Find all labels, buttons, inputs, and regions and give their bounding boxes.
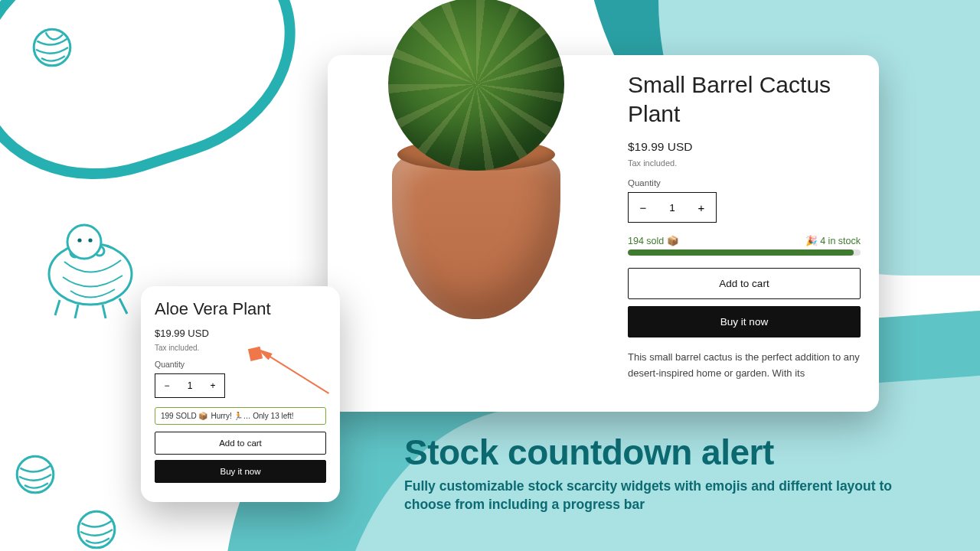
sold-count: 194 sold 📦: [628, 235, 679, 246]
quantity-value: 1: [658, 193, 687, 222]
add-to-cart-button[interactable]: Add to cart: [155, 432, 326, 455]
quantity-plus-button[interactable]: +: [687, 193, 716, 222]
product-details: Small Barrel Cactus Plant $19.99 USD Tax…: [628, 70, 861, 396]
product-image: [346, 70, 606, 392]
tax-note: Tax included.: [628, 158, 861, 168]
stock-progress-bar: [628, 249, 861, 256]
pill-sold: 199 SOLD 📦: [161, 412, 207, 420]
product-title: Aloe Vera Plant: [155, 298, 326, 320]
pill-hurry: Hurry! 🏃… Only 13 left!: [211, 412, 293, 420]
quantity-minus-button[interactable]: −: [155, 374, 178, 397]
quantity-label: Quantity: [628, 178, 861, 187]
yarn-icon: [75, 508, 118, 551]
quantity-stepper: − 1 +: [628, 192, 717, 223]
svg-point-8: [88, 238, 92, 242]
stock-alert-pill: 199 SOLD 📦 Hurry! 🏃… Only 13 left!: [155, 407, 326, 425]
tax-note: Tax included.: [155, 344, 326, 352]
yarn-icon: [31, 26, 74, 69]
buy-now-button[interactable]: Buy it now: [628, 306, 861, 337]
product-title: Small Barrel Cactus Plant: [628, 70, 861, 128]
product-price: $19.99 USD: [155, 328, 326, 339]
product-price: $19.99 USD: [628, 140, 861, 154]
svg-point-6: [67, 225, 101, 259]
product-description: This small barrel cactus is the perfect …: [628, 349, 861, 382]
product-card-small: Aloe Vera Plant $19.99 USD Tax included.…: [141, 286, 340, 502]
quantity-value: 1: [178, 374, 201, 397]
stock-row: 194 sold 📦 🎉 4 in stock: [628, 235, 861, 246]
quantity-plus-button[interactable]: +: [201, 374, 224, 397]
quantity-stepper: − 1 +: [155, 373, 225, 398]
stock-progress-fill: [628, 249, 854, 256]
in-stock-count: 🎉 4 in stock: [805, 235, 861, 246]
headline-subtitle: Fully customizable stock scarcity widget…: [404, 478, 910, 514]
headline-block: Stock countdown alert Fully customizable…: [404, 432, 910, 514]
headline-title: Stock countdown alert: [404, 432, 910, 473]
cactus-icon: [388, 0, 564, 171]
product-card-large: Small Barrel Cactus Plant $19.99 USD Tax…: [328, 55, 879, 412]
yarn-icon: [14, 453, 57, 496]
quantity-label: Quantity: [155, 360, 326, 369]
add-to-cart-button[interactable]: Add to cart: [628, 268, 861, 299]
svg-point-7: [77, 238, 81, 242]
buy-now-button[interactable]: Buy it now: [155, 460, 326, 483]
plant-pot: [392, 143, 560, 319]
mascot-sheep-icon: [29, 214, 159, 321]
quantity-minus-button[interactable]: −: [629, 193, 658, 222]
